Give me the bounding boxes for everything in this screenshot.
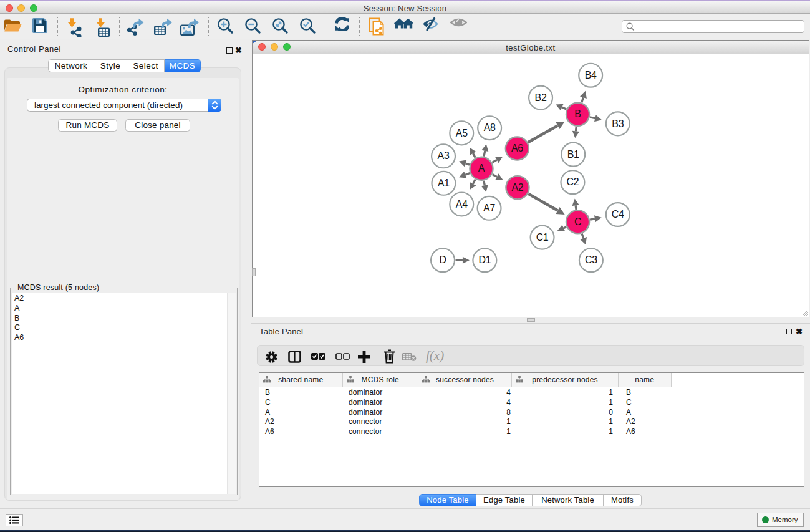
svg-text:A3: A3 [438,150,450,161]
svg-text:C2: C2 [567,177,579,187]
svg-text:C3: C3 [585,254,597,265]
svg-text:C4: C4 [612,209,624,220]
svg-text:A6: A6 [511,143,523,153]
svg-text:B2: B2 [535,92,547,103]
svg-text:A8: A8 [484,122,496,133]
svg-text:C: C [574,216,581,227]
svg-text:B3: B3 [612,118,624,129]
svg-text:B1: B1 [567,149,579,160]
svg-text:A2: A2 [511,182,523,193]
svg-text:C1: C1 [536,232,549,243]
svg-text:A7: A7 [483,203,495,213]
svg-text:A5: A5 [456,128,468,138]
svg-text:B4: B4 [585,70,597,80]
svg-text:A1: A1 [438,178,450,188]
svg-text:A4: A4 [456,199,468,210]
svg-text:B: B [574,109,581,119]
svg-text:D: D [439,254,446,265]
svg-text:D1: D1 [478,254,491,265]
svg-text:A: A [478,163,485,173]
